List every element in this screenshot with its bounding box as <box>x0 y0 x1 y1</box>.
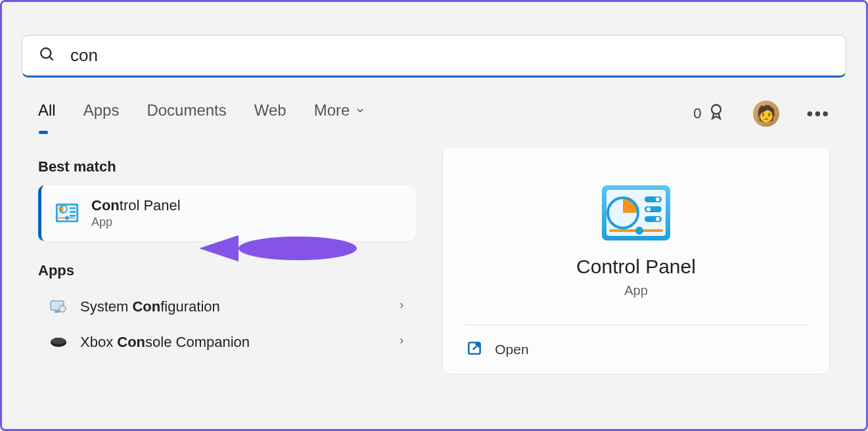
detail-title: Control Panel <box>576 256 696 278</box>
search-input[interactable] <box>70 45 829 66</box>
search-icon <box>39 46 56 66</box>
open-label: Open <box>495 342 528 357</box>
result-title: Control Panel <box>91 197 181 214</box>
chevron-right-icon <box>398 335 405 350</box>
xbox-icon <box>49 334 68 350</box>
svg-point-13 <box>59 306 66 312</box>
tab-web[interactable]: Web <box>254 101 286 126</box>
svg-rect-6 <box>70 207 76 209</box>
chevron-down-icon <box>355 101 365 120</box>
svg-point-26 <box>635 227 643 235</box>
chevron-right-icon <box>398 300 405 315</box>
svg-point-20 <box>656 198 660 202</box>
tab-all[interactable]: All <box>38 101 56 126</box>
svg-point-10 <box>65 216 69 219</box>
open-icon <box>466 340 483 359</box>
svg-line-1 <box>49 57 53 60</box>
open-action[interactable]: Open <box>466 325 806 374</box>
svg-point-24 <box>656 217 660 221</box>
svg-rect-8 <box>70 214 76 216</box>
svg-point-2 <box>712 105 721 114</box>
tab-documents[interactable]: Documents <box>147 101 226 126</box>
control-panel-large-icon <box>600 183 672 242</box>
medal-icon <box>707 102 725 125</box>
result-system-configuration[interactable]: System Configuration <box>38 289 416 325</box>
system-config-icon <box>49 299 68 315</box>
detail-pane: Control Panel App Open <box>442 147 830 374</box>
svg-point-0 <box>41 48 51 58</box>
search-box[interactable] <box>22 35 846 78</box>
section-best-match: Best match <box>38 158 416 175</box>
svg-point-15 <box>51 338 66 344</box>
tab-more[interactable]: More <box>314 101 366 126</box>
result-control-panel[interactable]: Control Panel App <box>38 185 416 241</box>
tab-apps[interactable]: Apps <box>83 101 120 126</box>
more-options-icon[interactable]: ••• <box>807 103 830 124</box>
detail-subtitle: App <box>624 283 648 298</box>
rewards-points[interactable]: 0 <box>693 102 725 125</box>
control-panel-icon <box>55 201 80 226</box>
avatar[interactable]: 🧑 <box>753 101 779 127</box>
section-apps: Apps <box>38 262 416 279</box>
svg-point-22 <box>647 208 651 212</box>
svg-rect-12 <box>55 311 60 313</box>
result-subtitle: App <box>91 216 181 229</box>
result-xbox-console-companion[interactable]: Xbox Console Companion <box>38 325 416 360</box>
filter-tabs: All Apps Documents Web More 0 🧑 ••• <box>22 78 846 127</box>
svg-rect-7 <box>70 211 76 213</box>
